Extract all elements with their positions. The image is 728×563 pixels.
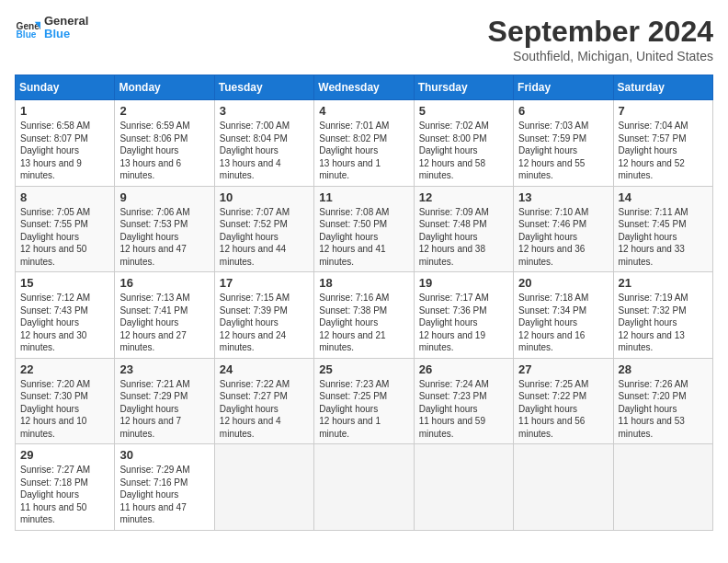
day-info: Sunrise: 7:10 AMSunset: 7:46 PMDaylight … xyxy=(518,206,608,269)
table-row: 29Sunrise: 7:27 AMSunset: 7:18 PMDayligh… xyxy=(16,444,115,531)
day-info: Sunrise: 7:16 AMSunset: 7:38 PMDaylight … xyxy=(319,292,408,354)
day-info: Sunrise: 7:24 AMSunset: 7:23 PMDaylight … xyxy=(419,378,508,441)
table-row: 24Sunrise: 7:22 AMSunset: 7:27 PMDayligh… xyxy=(214,358,313,444)
month-title: September 2024 xyxy=(488,15,713,49)
calendar-table: Sunday Monday Tuesday Wednesday Thursday… xyxy=(15,75,713,531)
table-row: 3Sunrise: 7:00 AMSunset: 8:04 PMDaylight… xyxy=(214,100,313,187)
location: Southfield, Michigan, United States xyxy=(488,49,713,63)
table-row xyxy=(414,444,513,531)
table-row: 10Sunrise: 7:07 AMSunset: 7:52 PMDayligh… xyxy=(214,186,313,272)
day-number: 4 xyxy=(319,104,408,118)
table-row: 4Sunrise: 7:01 AMSunset: 8:02 PMDaylight… xyxy=(314,100,414,187)
table-row xyxy=(514,444,613,531)
logo: General Blue General Blue xyxy=(15,15,88,41)
day-info: Sunrise: 7:22 AMSunset: 7:27 PMDaylight … xyxy=(220,378,309,441)
day-info: Sunrise: 7:27 AMSunset: 7:18 PMDaylight … xyxy=(20,464,109,526)
col-friday: Friday xyxy=(514,75,613,100)
day-number: 11 xyxy=(319,190,408,204)
day-number: 16 xyxy=(119,276,209,290)
day-number: 2 xyxy=(119,104,209,118)
day-info: Sunrise: 7:09 AMSunset: 7:48 PMDaylight … xyxy=(419,206,508,269)
logo-icon: General Blue xyxy=(15,15,40,40)
day-info: Sunrise: 7:04 AMSunset: 7:57 PMDaylight … xyxy=(619,120,708,182)
table-row: 19Sunrise: 7:17 AMSunset: 7:36 PMDayligh… xyxy=(414,272,513,359)
day-number: 28 xyxy=(619,362,708,376)
day-number: 29 xyxy=(20,448,109,462)
table-row: 12Sunrise: 7:09 AMSunset: 7:48 PMDayligh… xyxy=(414,186,513,272)
day-number: 5 xyxy=(419,104,508,118)
day-info: Sunrise: 7:13 AMSunset: 7:41 PMDaylight … xyxy=(119,292,209,354)
logo-text: General Blue xyxy=(44,15,88,41)
day-number: 17 xyxy=(220,276,309,290)
table-row: 27Sunrise: 7:25 AMSunset: 7:22 PMDayligh… xyxy=(514,358,613,444)
calendar-week-row: 29Sunrise: 7:27 AMSunset: 7:18 PMDayligh… xyxy=(16,444,713,531)
title-area: September 2024 Southfield, Michigan, Uni… xyxy=(488,15,713,63)
day-info: Sunrise: 7:01 AMSunset: 8:02 PMDaylight … xyxy=(319,120,408,182)
table-row: 30Sunrise: 7:29 AMSunset: 7:16 PMDayligh… xyxy=(115,444,214,531)
day-info: Sunrise: 7:02 AMSunset: 8:00 PMDaylight … xyxy=(419,120,508,182)
day-number: 18 xyxy=(319,276,408,290)
day-number: 21 xyxy=(619,276,708,290)
table-row: 22Sunrise: 7:20 AMSunset: 7:30 PMDayligh… xyxy=(16,358,115,444)
table-row: 13Sunrise: 7:10 AMSunset: 7:46 PMDayligh… xyxy=(514,186,613,272)
calendar-week-row: 1Sunrise: 6:58 AMSunset: 8:07 PMDaylight… xyxy=(16,100,713,187)
table-row: 21Sunrise: 7:19 AMSunset: 7:32 PMDayligh… xyxy=(613,272,712,359)
calendar-week-row: 22Sunrise: 7:20 AMSunset: 7:30 PMDayligh… xyxy=(16,358,713,444)
day-info: Sunrise: 7:00 AMSunset: 8:04 PMDaylight … xyxy=(220,120,309,182)
calendar-week-row: 15Sunrise: 7:12 AMSunset: 7:43 PMDayligh… xyxy=(16,272,713,359)
table-row xyxy=(613,444,712,531)
day-number: 24 xyxy=(220,362,309,376)
day-number: 23 xyxy=(119,362,209,376)
col-wednesday: Wednesday xyxy=(314,75,414,100)
table-row: 11Sunrise: 7:08 AMSunset: 7:50 PMDayligh… xyxy=(314,186,414,272)
day-info: Sunrise: 7:25 AMSunset: 7:22 PMDaylight … xyxy=(518,378,608,441)
day-info: Sunrise: 7:03 AMSunset: 7:59 PMDaylight … xyxy=(518,120,608,182)
day-info: Sunrise: 7:18 AMSunset: 7:34 PMDaylight … xyxy=(518,292,608,354)
table-row: 20Sunrise: 7:18 AMSunset: 7:34 PMDayligh… xyxy=(514,272,613,359)
day-number: 13 xyxy=(518,190,608,204)
day-number: 30 xyxy=(119,448,209,462)
day-number: 20 xyxy=(518,276,608,290)
day-info: Sunrise: 7:23 AMSunset: 7:25 PMDaylight … xyxy=(319,378,408,441)
table-row: 1Sunrise: 6:58 AMSunset: 8:07 PMDaylight… xyxy=(16,100,115,187)
table-row: 7Sunrise: 7:04 AMSunset: 7:57 PMDaylight… xyxy=(613,100,712,187)
day-info: Sunrise: 7:15 AMSunset: 7:39 PMDaylight … xyxy=(220,292,309,354)
svg-text:Blue: Blue xyxy=(17,29,37,40)
table-row: 5Sunrise: 7:02 AMSunset: 8:00 PMDaylight… xyxy=(414,100,513,187)
day-info: Sunrise: 7:05 AMSunset: 7:55 PMDaylight … xyxy=(20,206,109,269)
day-number: 1 xyxy=(20,104,109,118)
table-row: 15Sunrise: 7:12 AMSunset: 7:43 PMDayligh… xyxy=(16,272,115,359)
page-header: General Blue General Blue September 2024… xyxy=(15,15,713,63)
day-info: Sunrise: 7:29 AMSunset: 7:16 PMDaylight … xyxy=(119,464,209,526)
day-number: 22 xyxy=(20,362,109,376)
table-row: 14Sunrise: 7:11 AMSunset: 7:45 PMDayligh… xyxy=(613,186,712,272)
day-info: Sunrise: 6:58 AMSunset: 8:07 PMDaylight … xyxy=(20,120,109,182)
day-number: 26 xyxy=(419,362,508,376)
calendar-header-row: Sunday Monday Tuesday Wednesday Thursday… xyxy=(16,75,713,100)
day-number: 14 xyxy=(619,190,708,204)
day-info: Sunrise: 7:21 AMSunset: 7:29 PMDaylight … xyxy=(119,378,209,441)
day-info: Sunrise: 7:17 AMSunset: 7:36 PMDaylight … xyxy=(419,292,508,354)
day-number: 25 xyxy=(319,362,408,376)
day-info: Sunrise: 7:07 AMSunset: 7:52 PMDaylight … xyxy=(220,206,309,269)
calendar-week-row: 8Sunrise: 7:05 AMSunset: 7:55 PMDaylight… xyxy=(16,186,713,272)
day-number: 10 xyxy=(220,190,309,204)
day-info: Sunrise: 7:08 AMSunset: 7:50 PMDaylight … xyxy=(319,206,408,269)
day-number: 3 xyxy=(220,104,309,118)
day-number: 12 xyxy=(419,190,508,204)
table-row: 17Sunrise: 7:15 AMSunset: 7:39 PMDayligh… xyxy=(214,272,313,359)
day-number: 15 xyxy=(20,276,109,290)
col-tuesday: Tuesday xyxy=(214,75,313,100)
table-row: 28Sunrise: 7:26 AMSunset: 7:20 PMDayligh… xyxy=(613,358,712,444)
table-row: 18Sunrise: 7:16 AMSunset: 7:38 PMDayligh… xyxy=(314,272,414,359)
table-row: 6Sunrise: 7:03 AMSunset: 7:59 PMDaylight… xyxy=(514,100,613,187)
table-row: 2Sunrise: 6:59 AMSunset: 8:06 PMDaylight… xyxy=(115,100,214,187)
day-info: Sunrise: 6:59 AMSunset: 8:06 PMDaylight … xyxy=(119,120,209,182)
table-row xyxy=(314,444,414,531)
day-number: 6 xyxy=(518,104,608,118)
table-row: 9Sunrise: 7:06 AMSunset: 7:53 PMDaylight… xyxy=(115,186,214,272)
col-thursday: Thursday xyxy=(414,75,513,100)
day-number: 27 xyxy=(518,362,608,376)
day-info: Sunrise: 7:11 AMSunset: 7:45 PMDaylight … xyxy=(619,206,708,269)
col-monday: Monday xyxy=(115,75,214,100)
